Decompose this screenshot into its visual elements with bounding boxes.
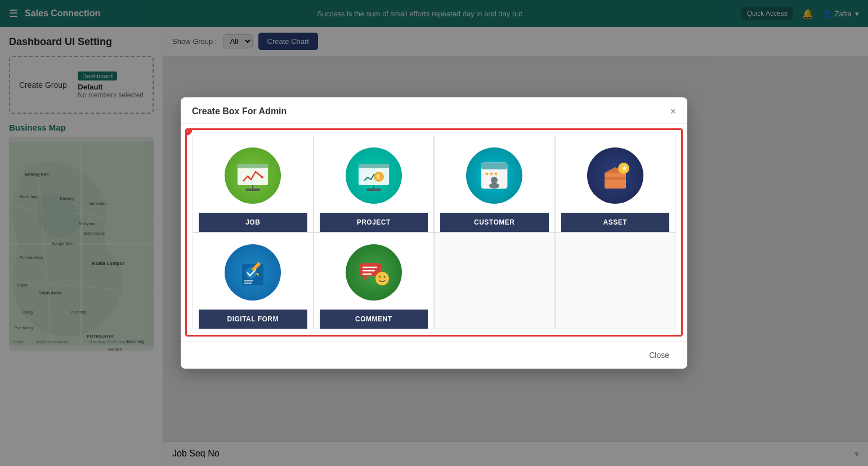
svg-point-60 [383, 276, 385, 278]
svg-rect-32 [359, 164, 389, 168]
svg-rect-38 [481, 163, 507, 169]
footer-close-button[interactable]: Close [642, 347, 676, 363]
project-label: PROJECT [320, 213, 428, 232]
modal-footer: Close [181, 341, 687, 369]
svg-text:★: ★ [621, 164, 628, 172]
comment-icon [346, 244, 402, 301]
create-box-modal: Create Box For Admin × 2 JOB [181, 97, 687, 369]
modal-body: 2 JOB [185, 128, 683, 337]
customer-label: CUSTOMER [440, 213, 549, 232]
customer-icon: ★★★ [466, 147, 522, 204]
comment-label: COMMENT [320, 310, 428, 329]
modal-title: Create Box For Admin [192, 106, 287, 116]
grid-item-digitalform[interactable]: DIGITAL FORM [193, 232, 314, 329]
grid-item-comment[interactable]: COMMENT [314, 232, 435, 329]
svg-point-59 [379, 276, 381, 278]
svg-rect-29 [245, 189, 260, 191]
svg-point-30 [261, 176, 263, 178]
svg-marker-54 [362, 276, 369, 281]
grid-item-asset[interactable]: ★ ASSET [555, 136, 676, 232]
project-icon: $ [346, 147, 402, 204]
grid-item-customer[interactable]: ★★★ CUSTOMER [434, 136, 555, 232]
job-label: JOB [199, 213, 307, 232]
empty-cell-2 [555, 232, 676, 329]
modal-close-button[interactable]: × [670, 106, 676, 116]
svg-rect-27 [238, 164, 268, 168]
svg-point-58 [375, 272, 389, 285]
svg-point-40 [491, 177, 498, 183]
asset-icon: ★ [587, 147, 643, 204]
modal-header: Create Box For Admin × [181, 97, 687, 124]
svg-point-41 [489, 183, 499, 189]
svg-rect-34 [366, 189, 381, 191]
job-icon [225, 147, 281, 204]
grid-item-job[interactable]: JOB [193, 136, 314, 232]
empty-cell-1 [434, 232, 555, 329]
digitalform-label: DIGITAL FORM [199, 310, 307, 329]
svg-rect-42 [605, 173, 626, 189]
digitalform-icon [225, 244, 281, 301]
grid-items-container: JOB $ PROJECT [193, 136, 675, 329]
svg-text:★★★: ★★★ [485, 171, 498, 177]
badge-number: 2 [185, 128, 193, 136]
svg-text:$: $ [377, 174, 380, 180]
asset-label: ASSET [561, 213, 670, 232]
svg-rect-44 [605, 177, 626, 180]
grid-item-project[interactable]: $ PROJECT [314, 136, 435, 232]
